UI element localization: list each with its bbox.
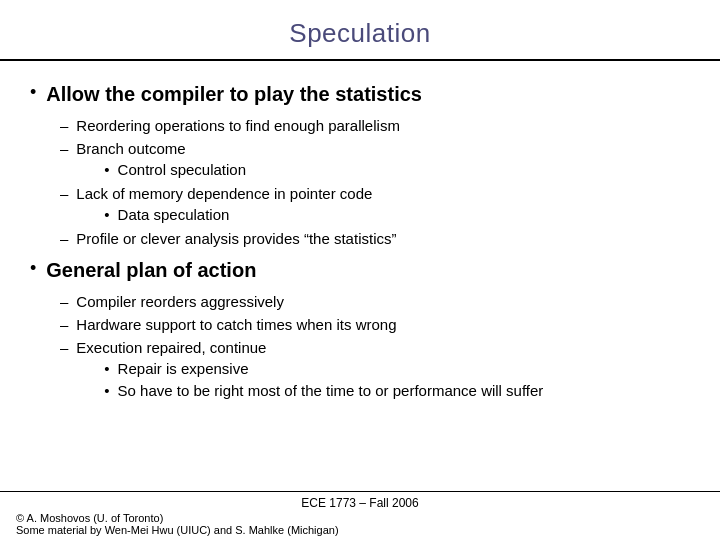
section2-heading: • General plan of action [30,257,690,283]
footer: ECE 1773 – Fall 2006 © A. Moshovos (U. o… [0,491,720,540]
list-item: – Branch outcome • Control speculation [60,138,690,181]
list-item: – Lack of memory dependence in pointer c… [60,183,690,226]
sub-sub-list: • Control speculation [104,159,246,180]
list-item: – Compiler reorders aggressively [60,291,690,312]
footer-bottom: © A. Moshovos (U. of Toronto) Some mater… [16,512,704,536]
sub-sub-list: • Data speculation [104,204,372,225]
dash-icon: – [60,291,68,312]
item-text: Reordering operations to find enough par… [76,115,400,136]
dash-icon: – [60,183,68,204]
slide: Speculation • Allow the compiler to play… [0,0,720,540]
title-area: Speculation [0,0,720,61]
list-item: • Control speculation [104,159,246,180]
dash-icon: – [60,314,68,335]
dash-icon: – [60,337,68,358]
footer-left: © A. Moshovos (U. of Toronto) Some mater… [16,512,339,536]
section1-list: – Reordering operations to find enough p… [60,115,690,249]
dash-icon: – [60,228,68,249]
footer-left-line1: © A. Moshovos (U. of Toronto) [16,512,339,524]
slide-title: Speculation [20,18,700,49]
list-item: • Repair is expensive [104,358,543,379]
list-item: – Reordering operations to find enough p… [60,115,690,136]
item-text: Repair is expensive [118,358,249,379]
item-text: Profile or clever analysis provides “the… [76,228,396,249]
section2-list: – Compiler reorders aggressively – Hardw… [60,291,690,402]
content-area: • Allow the compiler to play the statist… [0,61,720,491]
bullet-dot: • [104,380,109,401]
list-item: – Profile or clever analysis provides “t… [60,228,690,249]
item-text: Control speculation [118,159,246,180]
item-text: Lack of memory dependence in pointer cod… [76,185,372,202]
dash-icon: – [60,115,68,136]
list-item: • So have to be right most of the time t… [104,380,543,401]
list-item: – Hardware support to catch times when i… [60,314,690,335]
list-item: – Execution repaired, continue • Repair … [60,337,690,402]
section2-heading-text: General plan of action [46,257,256,283]
item-text: So have to be right most of the time to … [118,380,544,401]
item-text: Compiler reorders aggressively [76,291,284,312]
section1-heading: • Allow the compiler to play the statist… [30,81,690,107]
item-text: Data speculation [118,204,230,225]
footer-center-text: ECE 1773 – Fall 2006 [301,496,418,510]
bullet-dot: • [104,358,109,379]
dash-icon: – [60,138,68,159]
bullet-dot-1: • [30,82,36,103]
bullet-dot: • [104,204,109,225]
item-text: Branch outcome [76,140,185,157]
sub-sub-list: • Repair is expensive • So have to be ri… [104,358,543,401]
section1-heading-text: Allow the compiler to play the statistic… [46,81,422,107]
item-text: Hardware support to catch times when its… [76,314,396,335]
footer-left-line2: Some material by Wen-Mei Hwu (UIUC) and … [16,524,339,536]
list-item: • Data speculation [104,204,372,225]
bullet-dot-2: • [30,258,36,279]
item-text: Execution repaired, continue [76,339,266,356]
bullet-dot: • [104,159,109,180]
